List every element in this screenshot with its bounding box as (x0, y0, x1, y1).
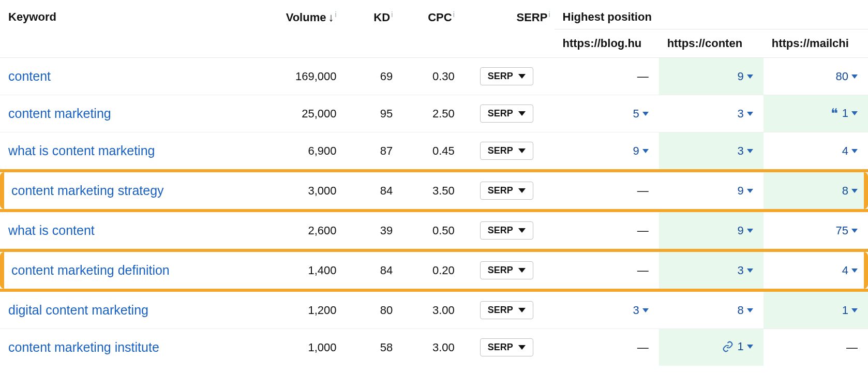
cell-cpc: 0.45 (397, 132, 459, 171)
keyword-link[interactable]: what is content marketing (8, 143, 155, 158)
serp-button-label: SERP (488, 71, 513, 82)
position-value[interactable]: 1 (842, 304, 858, 317)
position-number: 9 (738, 70, 744, 83)
table-row: content marketing institute1,000583.00SE… (0, 329, 868, 366)
cell-serp: SERP (459, 211, 555, 250)
cell-position: — (555, 211, 659, 250)
serp-dropdown-button[interactable]: SERP (480, 261, 533, 279)
cell-keyword: content (0, 58, 257, 95)
serp-dropdown-button[interactable]: SERP (480, 338, 533, 356)
cell-serp: SERP (459, 95, 555, 132)
info-icon[interactable]: i (391, 10, 393, 19)
col-site-0[interactable]: https://blog.hu (555, 29, 659, 58)
position-value[interactable]: ❝1 (831, 107, 858, 120)
cell-position: ❝1 (764, 95, 868, 132)
cell-serp: SERP (459, 58, 555, 95)
info-icon[interactable]: i (453, 10, 455, 19)
col-serp[interactable]: SERPi (459, 0, 555, 58)
position-value[interactable]: 4 (842, 144, 858, 158)
cell-volume: 169,000 (257, 58, 341, 95)
cell-keyword: content marketing institute (0, 329, 257, 366)
serp-button-label: SERP (488, 108, 513, 119)
cell-cpc: 3.50 (397, 171, 459, 211)
position-number: 3 (738, 144, 744, 158)
position-value[interactable]: 9 (738, 184, 753, 198)
info-icon[interactable]: i (548, 10, 550, 19)
keyword-table: Keyword Volume↓i KDi CPCi SERPi Highest … (0, 0, 868, 366)
serp-dropdown-button[interactable]: SERP (480, 221, 533, 240)
cell-kd: 84 (341, 171, 397, 211)
position-value[interactable]: 9 (633, 144, 648, 158)
cell-position: 9 (659, 211, 764, 250)
cell-position: 3 (659, 250, 764, 290)
chevron-down-icon (851, 149, 858, 153)
cell-keyword: content marketing strategy (0, 171, 257, 211)
keyword-link[interactable]: content (8, 69, 51, 83)
position-value[interactable]: 3 (633, 304, 648, 317)
position-value[interactable]: 3 (738, 144, 753, 158)
position-number: 3 (633, 304, 639, 317)
cell-keyword: what is content marketing (0, 132, 257, 171)
position-value[interactable]: 8 (738, 304, 753, 317)
cell-keyword: content marketing (0, 95, 257, 132)
chevron-down-icon (642, 149, 649, 153)
position-value[interactable]: 5 (633, 107, 648, 121)
position-value[interactable]: 75 (836, 224, 858, 237)
serp-dropdown-button[interactable]: SERP (480, 67, 533, 85)
cell-position: 5 (555, 95, 659, 132)
chevron-down-icon (851, 74, 858, 79)
col-site-2[interactable]: https://mailchi (764, 29, 868, 58)
chevron-down-icon (518, 268, 526, 273)
position-number: 3 (738, 264, 744, 277)
keyword-link[interactable]: what is content (8, 223, 95, 237)
position-value[interactable]: 8 (842, 184, 858, 198)
serp-button-label: SERP (488, 185, 513, 196)
chevron-down-icon (518, 74, 526, 79)
serp-dropdown-button[interactable]: SERP (480, 105, 533, 123)
position-value[interactable]: 9 (738, 70, 753, 83)
cell-keyword: what is content (0, 211, 257, 250)
position-value[interactable]: 3 (738, 264, 753, 277)
keyword-link[interactable]: content marketing definition (11, 263, 170, 277)
col-kd[interactable]: KDi (341, 0, 397, 58)
keyword-link[interactable]: content marketing strategy (11, 183, 164, 198)
keyword-link[interactable]: digital content marketing (8, 303, 148, 317)
col-cpc[interactable]: CPCi (397, 0, 459, 58)
keyword-link[interactable]: content marketing institute (8, 340, 159, 354)
cell-position: 1 (659, 329, 764, 366)
cell-kd: 39 (341, 211, 397, 250)
position-number: 8 (842, 184, 848, 198)
cell-position: 1 (764, 290, 868, 329)
serp-dropdown-button[interactable]: SERP (480, 182, 533, 200)
cell-cpc: 2.50 (397, 95, 459, 132)
chevron-down-icon (518, 188, 526, 193)
position-value[interactable]: 4 (842, 264, 858, 277)
info-icon[interactable]: i (335, 10, 336, 19)
position-value[interactable]: 9 (738, 224, 753, 237)
position-empty: — (637, 341, 649, 354)
table-row: digital content marketing1,200803.00SERP… (0, 290, 868, 329)
cell-position: 4 (764, 250, 868, 290)
cell-volume: 2,600 (257, 211, 341, 250)
cell-serp: SERP (459, 171, 555, 211)
serp-button-label: SERP (488, 265, 513, 276)
serp-dropdown-button[interactable]: SERP (480, 142, 533, 160)
chevron-down-icon (747, 149, 753, 153)
position-number: 1 (842, 107, 848, 120)
position-value[interactable]: 80 (836, 70, 858, 83)
position-value[interactable]: 3 (738, 107, 753, 121)
cell-position: 8 (764, 171, 868, 211)
chevron-down-icon (518, 111, 526, 116)
col-site-1[interactable]: https://conten (659, 29, 764, 58)
col-volume[interactable]: Volume↓i (257, 0, 341, 58)
position-value[interactable]: 1 (722, 340, 753, 353)
position-empty: — (637, 70, 649, 83)
position-number: 9 (633, 144, 639, 158)
cell-kd: 84 (341, 250, 397, 290)
keyword-link[interactable]: content marketing (8, 106, 111, 121)
position-empty: — (637, 184, 649, 197)
col-keyword[interactable]: Keyword (0, 0, 257, 58)
cell-position: 3 (659, 95, 764, 132)
chevron-down-icon (642, 308, 649, 312)
serp-dropdown-button[interactable]: SERP (480, 301, 533, 319)
